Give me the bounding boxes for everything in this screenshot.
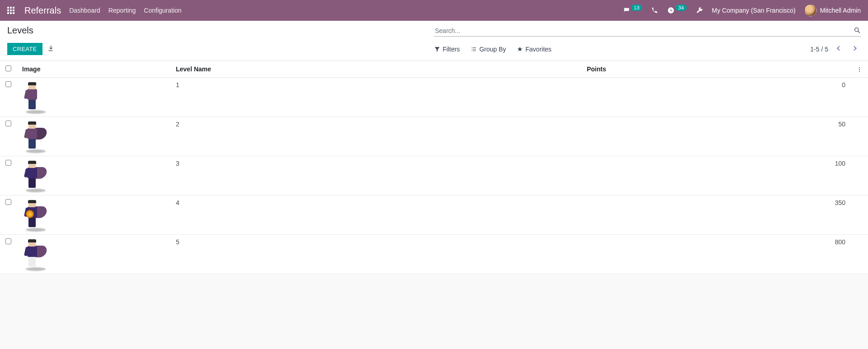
phone-button[interactable] bbox=[651, 7, 658, 14]
cell-image: ★ bbox=[17, 195, 170, 235]
pager-prev[interactable] bbox=[833, 44, 844, 54]
row-checkbox[interactable] bbox=[5, 199, 11, 205]
cell-level-name: 1 bbox=[170, 78, 581, 117]
avatar-icon bbox=[805, 5, 816, 16]
cell-image bbox=[17, 156, 170, 195]
apps-menu-icon[interactable] bbox=[7, 7, 14, 14]
cell-points: 350 bbox=[581, 195, 851, 235]
groupby-label: Group By bbox=[479, 46, 506, 53]
star-icon bbox=[517, 46, 523, 52]
groupby-menu[interactable]: Group By bbox=[471, 46, 506, 53]
messages-badge: 13 bbox=[631, 5, 642, 11]
user-name: Mitchell Admin bbox=[820, 7, 861, 14]
search-box[interactable] bbox=[434, 25, 861, 37]
search-button[interactable] bbox=[850, 27, 861, 35]
cell-points: 800 bbox=[581, 235, 851, 274]
cell-points: 0 bbox=[581, 78, 851, 117]
level-avatar-icon bbox=[22, 239, 43, 270]
table-row[interactable]: ★4350 bbox=[0, 195, 868, 235]
svg-point-3 bbox=[859, 69, 860, 70]
chevron-left-icon bbox=[835, 45, 842, 52]
svg-line-1 bbox=[858, 31, 860, 33]
search-icon bbox=[854, 27, 861, 34]
table-row[interactable]: 250 bbox=[0, 117, 868, 156]
svg-point-0 bbox=[855, 28, 859, 31]
export-button[interactable] bbox=[47, 45, 54, 53]
row-trailing bbox=[851, 235, 868, 274]
cell-image bbox=[17, 235, 170, 274]
table-row[interactable]: 10 bbox=[0, 78, 868, 117]
column-header-image[interactable]: Image bbox=[17, 61, 170, 78]
table-row[interactable]: 3100 bbox=[0, 156, 868, 195]
cell-image bbox=[17, 117, 170, 156]
svg-point-4 bbox=[859, 71, 860, 72]
messages-button[interactable]: 13 bbox=[623, 7, 642, 14]
app-brand[interactable]: Referrals bbox=[24, 5, 61, 16]
filters-menu[interactable]: Filters bbox=[434, 46, 460, 53]
nav-configuration[interactable]: Configuration bbox=[144, 7, 181, 14]
nav-reporting[interactable]: Reporting bbox=[108, 7, 136, 14]
table-row[interactable]: 5800 bbox=[0, 235, 868, 274]
row-trailing bbox=[851, 156, 868, 195]
cell-level-name: 4 bbox=[170, 195, 581, 235]
row-trailing bbox=[851, 78, 868, 117]
favorites-menu[interactable]: Favorites bbox=[517, 46, 552, 53]
column-header-points[interactable]: Points bbox=[581, 61, 851, 78]
cell-points: 50 bbox=[581, 117, 851, 156]
kebab-icon bbox=[856, 66, 863, 73]
column-options[interactable] bbox=[851, 61, 868, 78]
debug-button[interactable] bbox=[696, 7, 703, 14]
clock-icon bbox=[667, 7, 675, 14]
cell-level-name: 3 bbox=[170, 156, 581, 195]
nav-dashboard[interactable]: Dashboard bbox=[69, 7, 100, 14]
cell-level-name: 5 bbox=[170, 235, 581, 274]
top-navbar: Referrals Dashboard Reporting Configurat… bbox=[0, 0, 868, 21]
column-header-name[interactable]: Level Name bbox=[170, 61, 581, 78]
phone-icon bbox=[651, 7, 658, 14]
row-checkbox[interactable] bbox=[5, 160, 11, 166]
favorites-label: Favorites bbox=[525, 46, 552, 53]
cell-level-name: 2 bbox=[170, 117, 581, 156]
pager: 1-5 / 5 bbox=[810, 44, 861, 54]
pager-next[interactable] bbox=[849, 44, 861, 54]
activities-badge: 34 bbox=[675, 5, 686, 11]
level-avatar-icon bbox=[22, 161, 43, 191]
chevron-right-icon bbox=[851, 45, 859, 52]
select-all-checkbox[interactable] bbox=[5, 65, 11, 71]
row-checkbox[interactable] bbox=[5, 238, 11, 244]
wrench-icon bbox=[696, 7, 703, 14]
levels-table: Image Level Name Points 102503100★435058… bbox=[0, 61, 868, 274]
funnel-icon bbox=[434, 46, 440, 52]
list-icon bbox=[471, 46, 477, 52]
cell-points: 100 bbox=[581, 156, 851, 195]
create-button[interactable]: CREATE bbox=[7, 43, 42, 55]
chat-icon bbox=[623, 7, 630, 14]
row-checkbox[interactable] bbox=[5, 121, 11, 126]
level-avatar-icon bbox=[22, 121, 43, 152]
row-checkbox[interactable] bbox=[5, 81, 11, 87]
pager-text[interactable]: 1-5 / 5 bbox=[810, 46, 828, 53]
company-switcher[interactable]: My Company (San Francisco) bbox=[712, 7, 796, 14]
activities-button[interactable]: 34 bbox=[667, 7, 686, 14]
download-icon bbox=[47, 45, 54, 52]
cell-image bbox=[17, 78, 170, 117]
row-trailing bbox=[851, 195, 868, 235]
svg-point-2 bbox=[859, 67, 860, 68]
level-avatar-icon bbox=[22, 82, 43, 113]
user-menu[interactable]: Mitchell Admin bbox=[805, 5, 861, 16]
page-title: Levels bbox=[7, 25, 33, 36]
level-avatar-icon: ★ bbox=[22, 200, 43, 231]
filters-label: Filters bbox=[443, 46, 460, 53]
row-trailing bbox=[851, 117, 868, 156]
search-input[interactable] bbox=[434, 25, 850, 36]
control-panel: Levels CREATE Filters Group By bbox=[0, 21, 868, 61]
